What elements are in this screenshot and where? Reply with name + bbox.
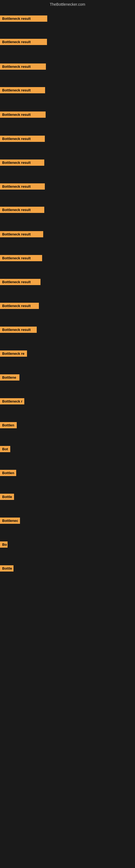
bottleneck-result-item[interactable]: Bo (0, 541, 8, 548)
bottleneck-result-item[interactable]: Bottlen (0, 422, 17, 428)
bottleneck-result-item[interactable]: Bottleneck result (0, 183, 45, 190)
bottleneck-result-item[interactable]: Bottleneck result (0, 303, 39, 309)
bottleneck-result-item[interactable]: Bottleneck result (0, 39, 47, 45)
bottleneck-result-item[interactable]: Bottleneck result (0, 135, 45, 142)
bottleneck-result-item[interactable]: Bottleneck result (0, 255, 42, 261)
bottleneck-result-item[interactable]: Bottleneck result (0, 63, 46, 70)
bottleneck-result-item[interactable]: Bottleneck result (0, 231, 43, 237)
bottleneck-result-item[interactable]: Bottlene (0, 374, 19, 380)
bottleneck-result-item[interactable]: Bottlen (0, 470, 16, 476)
bottleneck-result-item[interactable]: Bottleneck result (0, 112, 46, 118)
bottleneck-result-item[interactable]: Bottle (0, 565, 13, 571)
bottleneck-result-item[interactable]: Bottleneck result (0, 207, 44, 213)
bottleneck-result-item[interactable]: Bottlenec (0, 518, 20, 524)
site-title: TheBottlenecker.com (50, 2, 85, 6)
bottleneck-result-item[interactable]: Bottleneck result (0, 16, 47, 22)
bottleneck-result-item[interactable]: Bottleneck result (0, 327, 37, 333)
bottleneck-result-item[interactable]: Bottleneck result (0, 279, 41, 285)
bottleneck-result-item[interactable]: Bottleneck result (0, 87, 45, 93)
bottleneck-result-item[interactable]: Bottleneck result (0, 159, 44, 166)
site-header: TheBottlenecker.com (0, 0, 135, 10)
bottleneck-result-item[interactable]: Bottleneck r (0, 398, 24, 404)
bottleneck-result-item[interactable]: Bottleneck re (0, 350, 27, 357)
bottleneck-result-item[interactable]: Bot (0, 446, 10, 452)
bottleneck-result-item[interactable]: Bottle (0, 494, 14, 500)
